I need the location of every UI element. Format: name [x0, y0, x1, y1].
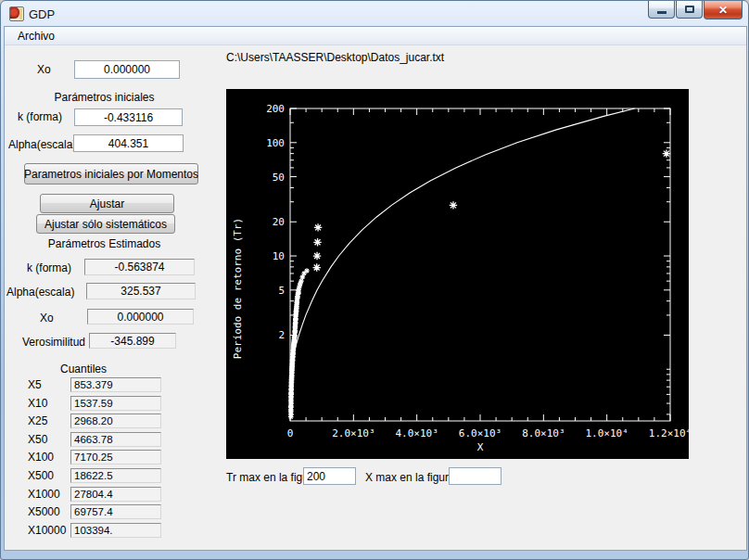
- quantile-label-X500: X500: [28, 469, 54, 482]
- quantile-field-X5: 853.379: [70, 377, 161, 392]
- svg-text:X: X: [477, 441, 484, 453]
- menu-bar: Archivo: [5, 27, 746, 45]
- quantile-label-X50: X50: [28, 433, 47, 446]
- quantile-field-X10: 1537.59: [70, 396, 161, 411]
- axis-titles: XPeríodo de retorno (Tr): [232, 218, 484, 453]
- svg-text:1.0×10⁴: 1.0×10⁴: [585, 427, 628, 439]
- likelihood-label: Verosimilitud: [22, 336, 85, 349]
- svg-text:200: 200: [266, 103, 285, 115]
- svg-text:5: 5: [278, 285, 285, 297]
- quantile-label-X10: X10: [28, 397, 47, 410]
- svg-text:Período de retorno (Tr): Período de retorno (Tr): [232, 218, 244, 359]
- alpha-initial-input[interactable]: [73, 134, 184, 152]
- svg-text:2: 2: [278, 329, 285, 341]
- svg-text:0: 0: [287, 427, 294, 439]
- app-icon: [9, 6, 24, 21]
- svg-text:50: 50: [273, 172, 285, 184]
- x-max-input[interactable]: [449, 467, 501, 485]
- svg-text:100: 100: [266, 137, 285, 149]
- tr-max-input[interactable]: [303, 467, 356, 485]
- k-estimated-label: k (forma): [27, 261, 71, 274]
- menu-item-archivo[interactable]: Archivo: [10, 27, 62, 45]
- estimated-params-section-label: Parámetros Estimados: [14, 237, 195, 250]
- moments-button[interactable]: Parametros iniciales por Momentos: [24, 163, 198, 185]
- alpha-estimated-label: Alpha(escala): [6, 286, 74, 299]
- quantile-label-X5: X5: [28, 378, 42, 391]
- axis-tick-labels: 02.0×10³4.0×10³6.0×10³8.0×10³1.0×10⁴1.2×…: [266, 103, 689, 439]
- plot-frame: [290, 108, 670, 421]
- minimize-button[interactable]: [648, 1, 675, 19]
- maximize-icon: [685, 6, 694, 13]
- axis-ticks: [290, 108, 670, 421]
- gpd-fit-curve: [290, 108, 635, 369]
- svg-text:6.0×10³: 6.0×10³: [459, 427, 501, 439]
- client-area: Archivo Xo Parámetros iniciales k (forma…: [5, 27, 746, 550]
- quantile-label-X100: X100: [28, 451, 54, 464]
- quantile-label-X25: X25: [28, 414, 47, 427]
- quantile-field-X10000: 103394.: [70, 523, 161, 538]
- isolated-points: [313, 149, 671, 271]
- maximize-button[interactable]: [676, 1, 703, 19]
- minimize-icon: [657, 11, 666, 14]
- x-max-label: X max en la figura: [365, 471, 455, 484]
- quantile-label-X10000: X10000: [28, 524, 66, 537]
- xo-estimated-field: 0.000000: [87, 309, 194, 325]
- k-estimated-field: -0.563874: [84, 259, 195, 275]
- fit-systematic-button[interactable]: Ajustar sólo sistemáticos: [36, 214, 175, 234]
- k-initial-label: k (forma): [18, 110, 62, 123]
- svg-text:2.0×10³: 2.0×10³: [332, 427, 374, 439]
- close-icon: ✕: [718, 4, 728, 17]
- quantile-field-X100: 7170.25: [70, 450, 161, 465]
- initial-params-section-label: Parámetros iniciales: [14, 91, 195, 104]
- svg-text:10: 10: [273, 250, 285, 262]
- k-initial-input[interactable]: [74, 108, 183, 126]
- svg-text:8.0×10³: 8.0×10³: [522, 427, 565, 439]
- app-icon-stripe: [19, 8, 22, 19]
- xo-initial-label: Xo: [37, 63, 51, 76]
- alpha-estimated-field: 325.537: [86, 283, 196, 299]
- quantile-field-X25: 2968.20: [70, 414, 161, 428]
- xo-estimated-label: Xo: [40, 312, 54, 325]
- quantile-field-X1000: 27804.4: [70, 487, 161, 502]
- xo-initial-input[interactable]: [74, 60, 180, 79]
- quantile-label-X1000: X1000: [28, 488, 60, 501]
- likelihood-field: -345.899: [89, 333, 176, 349]
- titlebar[interactable]: GDP ✕: [1, 1, 748, 27]
- quantiles-section-label: Cuantiles: [28, 363, 139, 375]
- fit-button[interactable]: Ajustar: [40, 194, 174, 213]
- close-button[interactable]: ✕: [704, 1, 743, 19]
- app-icon-blot: [10, 7, 19, 19]
- quantile-field-X500: 18622.5: [70, 468, 161, 483]
- window-title: GDP: [29, 7, 55, 21]
- quantile-field-X5000: 69757.4: [70, 504, 161, 519]
- return-period-plot: 02.0×10³4.0×10³6.0×10³8.0×10³1.0×10⁴1.2×…: [226, 89, 689, 459]
- svg-text:4.0×10³: 4.0×10³: [395, 427, 438, 439]
- return-period-chart: 02.0×10³4.0×10³6.0×10³8.0×10³1.0×10⁴1.2×…: [226, 89, 689, 459]
- svg-text:20: 20: [273, 216, 285, 228]
- quantile-field-X50: 4663.78: [70, 432, 161, 447]
- svg-text:1.2×10⁴: 1.2×10⁴: [649, 427, 689, 439]
- app-window: GDP ✕ Archivo Xo Parámetros iniciales k …: [0, 0, 749, 560]
- observation-points: [288, 268, 310, 419]
- data-file-path: C:\Users\TAASSER\Desktop\Datos_jucar.txt: [226, 51, 444, 64]
- alpha-initial-label: Alpha(escala): [8, 138, 76, 151]
- quantile-label-X5000: X5000: [28, 505, 60, 518]
